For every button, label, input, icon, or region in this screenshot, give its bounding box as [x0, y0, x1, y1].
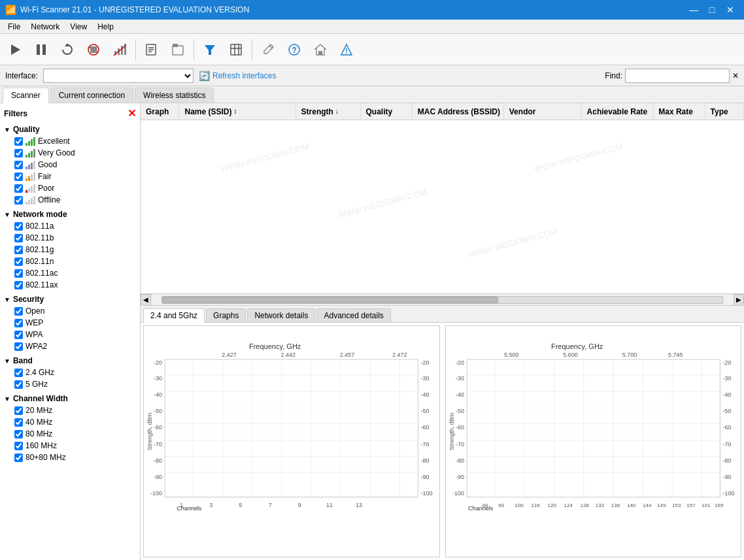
col-quality[interactable]: Quality — [361, 103, 413, 120]
col-max-rate[interactable]: Max Rate — [653, 103, 705, 120]
home-button[interactable] — [308, 37, 333, 62]
interface-dropdown[interactable] — [43, 69, 194, 83]
filter-8080mhz: 80+80 MHz — [14, 452, 136, 463]
filter-80211a-checkbox[interactable] — [14, 222, 23, 231]
signal-button[interactable] — [107, 37, 132, 62]
import-button[interactable] — [165, 37, 190, 62]
filter-group-quality-header[interactable]: ▼ Quality — [4, 124, 136, 135]
svg-line-24 — [269, 46, 272, 48]
scroll-right-button[interactable]: ▶ — [734, 294, 744, 306]
filter-2ghz-checkbox[interactable] — [14, 369, 23, 377]
filter-group-security: ▼ Security Open WEP WPA WPA2 — [4, 293, 136, 352]
chart-tab-advanced-details[interactable]: Advanced details — [316, 308, 390, 322]
table-area: Graph Name (SSID) ↕ Strength ↓ Quality M… — [141, 103, 744, 306]
svg-text:!: ! — [345, 48, 347, 55]
filter-80211n-checkbox[interactable] — [14, 257, 23, 266]
tools-button[interactable] — [256, 37, 280, 62]
svg-text:60: 60 — [498, 502, 504, 508]
scroll-thumb[interactable] — [162, 297, 498, 303]
chart-tab-network-details[interactable]: Network details — [247, 308, 315, 322]
filters-panel: Filters ✕ ▼ Quality Excellent — [0, 103, 141, 560]
filter-80211g-checkbox[interactable] — [14, 246, 23, 254]
filter-20mhz: 20 MHz — [14, 404, 136, 416]
maximize-button[interactable]: □ — [703, 3, 720, 16]
filter-wpa-checkbox[interactable] — [14, 331, 23, 339]
svg-text:128: 128 — [580, 502, 589, 508]
col-achievable-rate[interactable]: Achievable Rate — [582, 103, 654, 120]
filter-80mhz-checkbox[interactable] — [14, 430, 23, 438]
filter-80211b-label: 802.11b — [25, 233, 54, 242]
chart-tab-24and5[interactable]: 2.4 and 5Ghz — [143, 308, 205, 323]
ssid-sort-icon: ↕ — [234, 108, 237, 115]
menu-help[interactable]: Help — [92, 21, 119, 33]
svg-text:-100: -100 — [722, 490, 734, 497]
filter-wep-checkbox[interactable] — [14, 319, 23, 327]
filter-group-security-header[interactable]: ▼ Security — [4, 293, 136, 305]
filter-button[interactable] — [197, 37, 222, 62]
tab-scanner[interactable]: Scanner — [3, 88, 49, 103]
filter-group-channel-width-header[interactable]: ▼ Channel Width — [4, 393, 136, 404]
filter-very-good-checkbox[interactable] — [14, 149, 23, 157]
about-button[interactable]: ! — [334, 37, 359, 62]
help-button[interactable]: ? — [282, 37, 307, 62]
filter-160mhz-checkbox[interactable] — [14, 442, 23, 450]
horizontal-scrollbar[interactable]: ◀ ▶ — [141, 293, 744, 305]
filter-80211b-checkbox[interactable] — [14, 234, 23, 242]
col-bssid[interactable]: MAC Address (BSSID) — [413, 103, 504, 120]
col-vendor[interactable]: Vendor — [504, 103, 582, 120]
filter-80211ax-checkbox[interactable] — [14, 281, 23, 289]
filter-good-checkbox[interactable] — [14, 161, 23, 169]
tab-wireless-statistics[interactable]: Wireless statistics — [135, 88, 214, 103]
col-strength[interactable]: Strength ↓ — [296, 103, 361, 120]
scroll-left-button[interactable]: ◀ — [141, 294, 151, 306]
minimize-button[interactable]: — — [685, 3, 702, 16]
start-button[interactable] — [3, 37, 27, 62]
col-type[interactable]: Type — [705, 103, 744, 120]
menu-file[interactable]: File — [3, 21, 25, 33]
svg-text:-60: -60 — [420, 424, 429, 431]
stop-button[interactable] — [81, 37, 106, 62]
svg-text:165: 165 — [715, 502, 724, 508]
svg-text:48: 48 — [482, 502, 488, 508]
menu-view[interactable]: View — [65, 21, 92, 33]
filter-group-band-header[interactable]: ▼ Band — [4, 355, 136, 367]
find-input[interactable] — [625, 69, 730, 83]
chart-tab-graphs[interactable]: Graphs — [206, 308, 246, 322]
find-clear-button[interactable]: ✕ — [732, 71, 739, 80]
filter-fair-checkbox[interactable] — [14, 173, 23, 181]
filter-open-checkbox[interactable] — [14, 307, 23, 316]
filter-80211n-label: 802.11n — [25, 257, 54, 266]
close-button[interactable]: ✕ — [722, 3, 739, 16]
export-button[interactable] — [139, 37, 164, 62]
filters-close-button[interactable]: ✕ — [127, 107, 136, 120]
svg-text:2.442: 2.442 — [280, 352, 296, 358]
filter-group-network-mode-header[interactable]: ▼ Network mode — [4, 208, 136, 220]
refresh-button[interactable] — [55, 37, 80, 62]
pause-button[interactable] — [29, 37, 54, 62]
filter-20mhz-checkbox[interactable] — [14, 406, 23, 415]
filter-5ghz-checkbox[interactable] — [14, 380, 23, 389]
filter-40mhz-checkbox[interactable] — [14, 418, 23, 427]
channel-width-items: 20 MHz 40 MHz 80 MHz 160 MHz 80+80 MHz — [4, 404, 136, 463]
col-ssid[interactable]: Name (SSID) ↕ — [179, 103, 296, 120]
filter-poor-checkbox[interactable] — [14, 184, 23, 193]
filter-excellent-checkbox[interactable] — [14, 137, 23, 146]
security-items: Open WEP WPA WPA2 — [4, 305, 136, 352]
svg-text:-60: -60 — [722, 424, 731, 431]
quality-items: Excellent Very Good — [4, 135, 136, 206]
svg-text:153: 153 — [672, 502, 681, 508]
filter-wpa2-checkbox[interactable] — [14, 342, 23, 351]
refresh-interfaces-button[interactable]: 🔄 Refresh interfaces — [199, 71, 276, 81]
menu-network[interactable]: Network — [25, 21, 65, 33]
filter-80211a: 802.11a — [14, 220, 136, 232]
scroll-track[interactable] — [161, 296, 723, 304]
svg-text:Strength, dBm: Strength, dBm — [146, 413, 153, 451]
tab-current-connection[interactable]: Current connection — [50, 88, 133, 103]
filter-8080mhz-checkbox[interactable] — [14, 453, 23, 462]
filter-very-good: Very Good — [14, 147, 136, 159]
filter-offline-checkbox[interactable] — [14, 196, 23, 205]
col-graph[interactable]: Graph — [141, 103, 179, 120]
filter-80211ac-checkbox[interactable] — [14, 269, 23, 278]
column-button[interactable] — [224, 37, 248, 62]
svg-text:?: ? — [292, 46, 296, 55]
